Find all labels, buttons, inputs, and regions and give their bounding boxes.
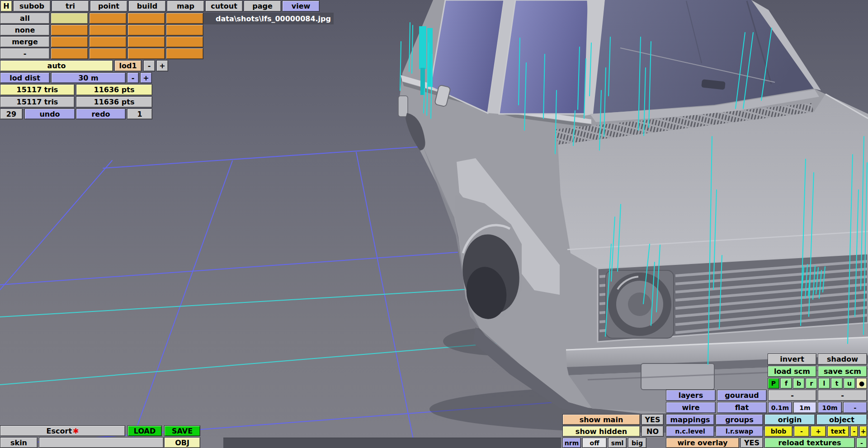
subob-select-merge[interactable]: merge xyxy=(0,36,50,47)
menu-view-active[interactable]: view xyxy=(282,0,320,12)
menu-point[interactable]: point xyxy=(90,0,127,12)
nrm-sml-button[interactable]: sml xyxy=(608,438,627,448)
view-key-p-active[interactable]: P xyxy=(768,378,779,389)
menu-build[interactable]: build xyxy=(128,0,166,12)
lod-dist-plus-button[interactable]: + xyxy=(140,72,152,83)
save-button[interactable]: SAVE xyxy=(164,425,200,436)
obj-export-button[interactable]: OBJ xyxy=(164,437,200,448)
lr-swap-button[interactable]: l.r.swap xyxy=(716,426,763,437)
lod-dist-minus-button[interactable]: - xyxy=(127,72,139,83)
view-key-f[interactable]: f xyxy=(780,378,792,389)
subob-matrix-cell[interactable] xyxy=(51,36,88,47)
subob-matrix-cell[interactable] xyxy=(166,13,203,24)
flat-button[interactable]: flat xyxy=(717,402,767,413)
subob-select-none[interactable]: none xyxy=(0,24,50,36)
undo-button[interactable]: undo xyxy=(24,108,75,119)
view-key-dot[interactable]: ● xyxy=(856,378,867,389)
subob-matrix-cell[interactable] xyxy=(89,48,127,59)
modified-marker-icon: ✱ xyxy=(73,427,79,435)
origin-button[interactable]: origin xyxy=(764,414,815,425)
grid-dash-button[interactable]: - xyxy=(843,402,867,413)
grid-1m-button-selected[interactable]: 1m xyxy=(793,402,816,413)
subob-select-all[interactable]: all xyxy=(0,13,50,24)
layers-dash2-button[interactable]: - xyxy=(818,390,867,401)
menu-tri[interactable]: tri xyxy=(52,0,89,12)
subob-select-dash[interactable]: - xyxy=(0,48,50,59)
wire-button[interactable]: wire xyxy=(666,402,716,413)
menu-page[interactable]: page xyxy=(244,0,281,12)
show-main-button[interactable]: show main xyxy=(562,414,640,425)
lfs-editor-window: H subob tri point build map cutout page … xyxy=(0,0,868,448)
stat-pts-total: 11636 pts xyxy=(76,96,152,108)
nc-level-button[interactable]: n.c.level xyxy=(666,426,714,437)
blob-minus-button[interactable]: - xyxy=(794,426,809,437)
object-button[interactable]: object xyxy=(816,414,867,425)
view-key-b[interactable]: b xyxy=(793,378,805,389)
load-button[interactable]: LOAD xyxy=(127,425,162,436)
menu-subob[interactable]: subob xyxy=(13,0,51,12)
reload-textures-minus-button[interactable]: - xyxy=(856,438,867,448)
lod-current[interactable]: lod1 xyxy=(114,60,142,71)
redo-count: 1 xyxy=(127,108,152,119)
subob-matrix-cell[interactable] xyxy=(51,24,88,36)
subob-matrix-cell[interactable] xyxy=(89,36,127,47)
view-key-u[interactable]: u xyxy=(844,378,855,389)
layers-button[interactable]: layers xyxy=(666,390,716,401)
lod-plus-button[interactable]: + xyxy=(156,60,168,71)
subob-matrix-cell[interactable] xyxy=(166,24,203,36)
wire-overlay-button[interactable]: wire overlay xyxy=(666,438,739,448)
text-button[interactable]: text xyxy=(827,426,849,437)
nrm-big-button[interactable]: big xyxy=(628,438,646,448)
text-minus-button[interactable]: - xyxy=(850,426,858,437)
subob-matrix-cell[interactable] xyxy=(89,24,127,36)
redo-button[interactable]: redo xyxy=(76,108,126,119)
grid-10m-button[interactable]: 10m xyxy=(818,402,842,413)
blob-button[interactable]: blob xyxy=(764,426,793,437)
skin-button[interactable]: skin xyxy=(0,437,38,448)
save-scm-button[interactable]: save scm xyxy=(818,366,867,377)
menu-map[interactable]: map xyxy=(167,0,204,12)
reload-textures-button[interactable]: reload textures xyxy=(764,438,855,448)
show-hidden-button[interactable]: show hidden xyxy=(562,426,640,437)
subob-matrix-cell[interactable] xyxy=(127,24,165,36)
text-plus-button[interactable]: + xyxy=(859,426,867,437)
blob-plus-button[interactable]: + xyxy=(811,426,826,437)
stat-tris-current: 15117 tris xyxy=(0,84,75,95)
subob-matrix-cell[interactable] xyxy=(166,36,203,47)
stat-tris-total: 15117 tris xyxy=(0,96,75,108)
show-main-toggle[interactable]: YES xyxy=(642,414,664,425)
layers-dash-button[interactable]: - xyxy=(768,390,816,401)
groups-button[interactable]: groups xyxy=(716,414,763,425)
nrm-button[interactable]: nrm xyxy=(562,438,581,448)
shadow-button[interactable]: shadow xyxy=(818,354,867,365)
subob-matrix-cell[interactable] xyxy=(127,13,165,24)
menu-h[interactable]: H xyxy=(0,0,12,12)
grid-0-1m-button[interactable]: 0.1m xyxy=(768,402,792,413)
stat-pts-current: 11636 pts xyxy=(76,84,152,95)
gouraud-button[interactable]: gouraud xyxy=(717,390,767,401)
menu-cutout[interactable]: cutout xyxy=(205,0,243,12)
show-hidden-toggle[interactable]: NO xyxy=(642,426,664,437)
subob-matrix-cell[interactable] xyxy=(166,48,203,59)
lod-minus-button[interactable]: - xyxy=(143,60,155,71)
mappings-button[interactable]: mappings xyxy=(666,414,714,425)
load-scm-button[interactable]: load scm xyxy=(768,366,816,377)
nrm-off-button-selected[interactable]: off xyxy=(582,438,607,448)
invert-button[interactable]: invert xyxy=(768,354,816,365)
view-key-t[interactable]: t xyxy=(831,378,843,389)
lod-dist-value[interactable]: 30 m xyxy=(51,72,126,83)
lod-dist-label: lod dist xyxy=(0,72,50,83)
vehicle-name-button[interactable]: Escort✱ xyxy=(0,425,125,436)
subob-matrix-cell[interactable] xyxy=(127,36,165,47)
subob-matrix-cell[interactable] xyxy=(51,48,88,59)
lod-auto-button[interactable]: auto xyxy=(0,60,113,71)
screenshot-filename: data\shots\lfs_00000084.jpg xyxy=(203,13,334,24)
wire-overlay-toggle[interactable]: YES xyxy=(741,438,763,448)
vehicle-name: Escort xyxy=(47,427,72,435)
view-key-r[interactable]: r xyxy=(806,378,817,389)
subob-matrix-cell[interactable] xyxy=(89,13,127,24)
subob-matrix-cell-selected[interactable] xyxy=(51,13,88,24)
view-key-l[interactable]: l xyxy=(818,378,830,389)
subob-matrix-cell[interactable] xyxy=(127,48,165,59)
skin-name-field[interactable] xyxy=(39,437,164,448)
